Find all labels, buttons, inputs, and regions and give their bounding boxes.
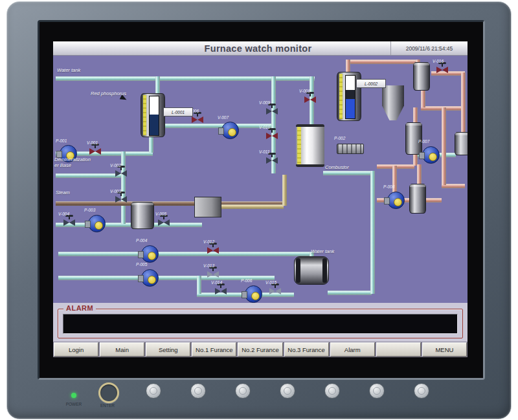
hopper-vessel — [382, 85, 404, 120]
hmi-application: Furnace watch monitor 2009/11/6 21:54:45… — [53, 41, 467, 357]
equipment-tag: V-012 — [203, 239, 214, 244]
combustor-vessel — [296, 124, 324, 167]
equipment-tag: V-008 — [299, 89, 310, 93]
equipment-tag: V-015 — [265, 280, 276, 285]
diagram-label: Demineralization — [54, 157, 91, 162]
nav-button-main[interactable]: Main — [100, 342, 144, 357]
pipe-segment — [346, 60, 350, 73]
screen: Furnace watch monitor 2009/11/6 21:54:45… — [38, 20, 485, 380]
function-key-7[interactable] — [414, 383, 429, 399]
page-title: Furnace watch monitor — [126, 41, 390, 55]
valve-icon — [266, 107, 278, 115]
title-bar: Furnace watch monitor 2009/11/6 21:54:45 — [53, 41, 467, 56]
heat-exchanger — [405, 122, 422, 155]
pipe-segment — [370, 171, 375, 294]
valve-icon — [63, 219, 75, 227]
equipment-tag: V-004 — [58, 212, 69, 216]
equipment-tag: V-009 — [259, 100, 270, 105]
nav-button-no-2-furance[interactable]: No.2 Furance — [238, 342, 282, 357]
pipe-segment — [442, 107, 446, 185]
nav-button-setting[interactable]: Setting — [146, 342, 190, 357]
nav-button-login[interactable]: Login — [54, 342, 98, 357]
function-key-3[interactable] — [235, 383, 251, 399]
equipment-tag: V-005 — [155, 212, 166, 216]
diagram-label: er Base — [54, 162, 71, 168]
alarm-label: ALARM — [63, 304, 96, 312]
pump-icon — [387, 192, 405, 209]
valve-icon — [304, 96, 316, 104]
monitor-bezel: Furnace watch monitor 2009/11/6 21:54:45… — [6, 1, 512, 419]
red-phosphorus-tank — [141, 93, 165, 137]
equipment-tag: P-004 — [136, 238, 147, 243]
datetime-display: 2009/11/6 21:54:45 — [390, 41, 467, 55]
photo-stage: Furnace watch monitor 2009/11/6 21:54:45… — [0, 0, 518, 420]
equipment-tag: V-014 — [211, 280, 222, 285]
equipment-tag: P-003 — [84, 208, 95, 212]
pipe-segment — [58, 252, 312, 256]
pump-icon — [422, 146, 440, 164]
pump-icon — [245, 285, 262, 303]
pipe-segment — [149, 137, 153, 153]
pipe-segment — [461, 72, 466, 133]
heat-exchanger — [409, 184, 426, 214]
nav-button-alarm[interactable]: Alarm — [330, 342, 375, 357]
alarm-message-area — [63, 314, 458, 334]
pipe-segment — [282, 175, 287, 206]
function-key-4[interactable] — [280, 383, 295, 399]
diagram-label: Water tank — [311, 249, 334, 254]
pipe-segment — [56, 76, 315, 81]
pipe-segment — [328, 291, 372, 295]
equipment-tag: V-002 — [110, 163, 121, 168]
function-key-6[interactable] — [369, 383, 385, 399]
valve-icon — [436, 66, 448, 74]
function-key-2[interactable] — [190, 383, 206, 399]
title-spacer — [53, 41, 126, 55]
pump-icon — [88, 215, 106, 232]
diagram-label: Red phosphorus — [91, 91, 126, 96]
nav-button-no-1-furance[interactable]: No.1 Furance — [192, 342, 236, 357]
function-key-5[interactable] — [324, 383, 340, 399]
small-tank — [455, 132, 467, 155]
nav-button-menu[interactable]: MENU — [422, 342, 467, 357]
heat-exchanger — [413, 62, 430, 91]
diagram-label: Steam — [56, 190, 70, 195]
pump-icon — [141, 245, 159, 263]
pipe-segment — [421, 90, 425, 107]
nav-button-no-3-furance[interactable]: No.3 Furance — [284, 342, 329, 357]
equipment-tag: P-001 — [56, 138, 67, 143]
pipe-segment — [56, 223, 202, 227]
pipe-segment — [197, 276, 201, 294]
pipe-segment — [157, 124, 273, 128]
valve-icon — [115, 170, 127, 177]
power-led — [71, 393, 76, 398]
function-key-1[interactable] — [146, 383, 161, 399]
pipe-segment — [155, 76, 160, 94]
pipe-segment — [323, 171, 371, 175]
valve-icon — [115, 195, 127, 203]
pump-icon — [221, 122, 239, 139]
diagram-label: Water tank — [57, 67, 80, 73]
power-led-label: POWER — [61, 402, 87, 406]
valve-icon — [158, 219, 170, 227]
equipment-tag: V-003 — [110, 189, 121, 193]
valve-icon — [266, 132, 278, 140]
valve-icon — [192, 116, 203, 124]
pump-motor — [337, 144, 364, 154]
diagram-label: Combustor — [325, 164, 349, 170]
nav-button-blank[interactable] — [376, 342, 421, 357]
valve-icon — [266, 157, 278, 164]
equipment-tag: P-008 — [383, 184, 394, 189]
equipment-tag: V-007 — [218, 115, 229, 120]
pipe-segment — [56, 173, 122, 178]
equipment-tag: V-016 — [433, 59, 444, 63]
ring-button[interactable] — [98, 382, 119, 403]
valve-station-box — [194, 197, 221, 217]
level-gauge: L-0002 — [356, 79, 386, 88]
valve-icon — [207, 247, 219, 254]
valve-icon — [269, 287, 281, 295]
equipment-tag: P-002 — [334, 136, 345, 140]
water-tank-vessel — [294, 256, 329, 285]
pipe-segment — [220, 204, 284, 209]
alarm-panel: ALARM — [53, 303, 467, 342]
ring-button-label: ENTER — [96, 403, 118, 408]
